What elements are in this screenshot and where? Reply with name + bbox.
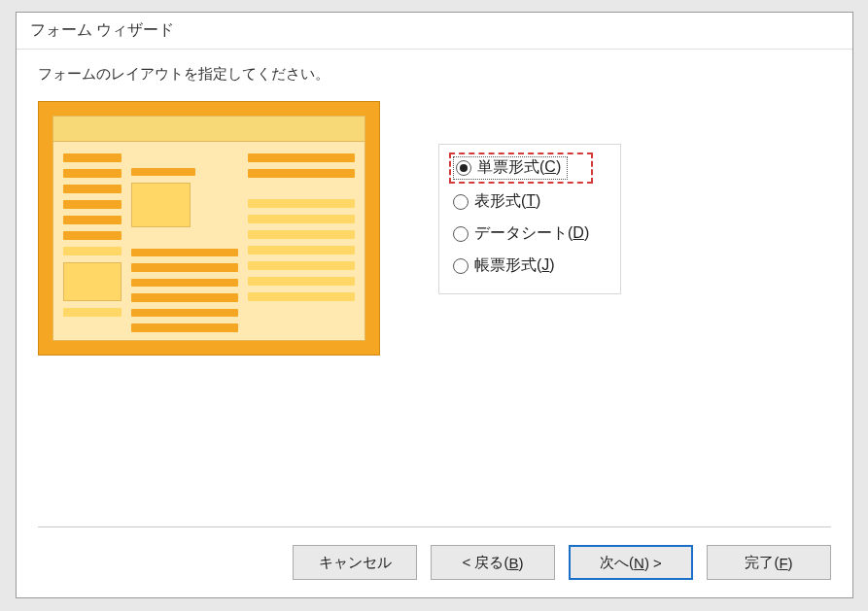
dialog-content: フォームのレイアウトを指定してください。 — [17, 50, 852, 356]
radio-justified[interactable]: 帳票形式(J) — [453, 255, 589, 276]
layout-options-group: 単票形式(C) 表形式(T) データシート(D) 帳票形式(J) — [438, 144, 621, 294]
next-button[interactable]: 次へ(N) > — [569, 545, 693, 580]
radio-columnar[interactable]: 単票形式(C) — [453, 156, 589, 180]
cancel-button[interactable]: キャンセル — [293, 545, 417, 580]
back-button[interactable]: < 戻る(B) — [431, 545, 555, 580]
radio-tabular[interactable]: 表形式(T) — [453, 191, 589, 212]
divider — [38, 526, 831, 527]
main-row: 単票形式(C) 表形式(T) データシート(D) 帳票形式(J) — [38, 101, 831, 356]
radio-label: 帳票形式(J) — [474, 255, 555, 276]
dialog-title: フォーム ウィザード — [17, 13, 852, 50]
radio-datasheet[interactable]: データシート(D) — [453, 223, 589, 244]
radio-label: 表形式(T) — [474, 191, 540, 212]
radio-icon — [453, 258, 469, 274]
finish-button[interactable]: 完了(F) — [707, 545, 831, 580]
instruction-text: フォームのレイアウトを指定してください。 — [38, 65, 831, 84]
radio-icon — [453, 226, 469, 242]
wizard-button-row: キャンセル < 戻る(B) 次へ(N) > 完了(F) — [293, 545, 831, 580]
form-wizard-dialog: フォーム ウィザード フォームのレイアウトを指定してください。 — [16, 12, 853, 598]
layout-preview-icon — [38, 101, 380, 356]
radio-icon — [456, 160, 471, 176]
radio-label: 単票形式(C) — [477, 157, 561, 178]
radio-label: データシート(D) — [474, 223, 589, 244]
radio-icon — [453, 194, 469, 210]
